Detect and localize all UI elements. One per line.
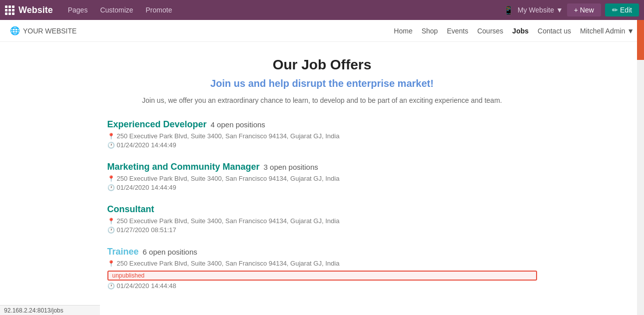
clock-icon: 🕐: [107, 184, 115, 191]
brand-name: Website: [18, 5, 53, 15]
customize-link[interactable]: Customize: [95, 4, 138, 16]
scrollbar-thumb[interactable]: [637, 20, 644, 60]
job-item: Trainee 6 open positions 📍 250 Executive…: [107, 247, 537, 290]
job-title-link[interactable]: Marketing and Community Manager: [107, 162, 260, 172]
location-icon: 📍: [107, 218, 115, 225]
clock-icon: 🕐: [107, 142, 115, 149]
job-item: Experienced Developer 4 open positions 📍…: [107, 119, 537, 149]
location-icon: 📍: [107, 260, 115, 267]
job-meta: 📍 250 Executive Park Blvd, Suite 3400, S…: [107, 175, 537, 191]
job-title-link[interactable]: Consultant: [107, 204, 154, 215]
top-nav-right: 📱 My Website ▼ + New ✏ Edit: [504, 3, 639, 16]
main-content: Our Job Offers Join us and help disrupt …: [97, 42, 547, 315]
user-menu[interactable]: Mitchell Admin ▼: [580, 27, 634, 35]
page-title: Our Job Offers: [107, 57, 537, 73]
job-date: 🕐 01/27/2020 08:51:17: [107, 226, 537, 234]
top-navigation: Website Pages Customize Promote 📱 My Web…: [0, 0, 644, 20]
clock-icon: 🕐: [107, 227, 115, 234]
unpublished-badge: unpublished: [107, 271, 537, 281]
job-location: 📍 250 Executive Park Blvd, Suite 3400, S…: [107, 175, 537, 182]
grid-icon: [5, 5, 14, 15]
job-meta: 📍 250 Executive Park Blvd, Suite 3400, S…: [107, 217, 537, 234]
nav-contact[interactable]: Contact us: [538, 27, 571, 35]
job-date: 🕐 01/24/2020 14:44:48: [107, 282, 537, 290]
nav-shop[interactable]: Shop: [422, 27, 438, 35]
job-location: 📍 250 Executive Park Blvd, Suite 3400, S…: [107, 260, 537, 267]
brand-logo[interactable]: Website: [5, 5, 53, 15]
new-button[interactable]: + New: [567, 3, 601, 16]
site-logo[interactable]: 🌐 YOUR WEBSITE: [10, 26, 76, 35]
job-meta: 📍 250 Executive Park Blvd, Suite 3400, S…: [107, 132, 537, 149]
job-date: 🕐 01/24/2020 14:44:49: [107, 141, 537, 149]
top-nav-links: Pages Customize Promote: [63, 4, 177, 16]
job-date: 🕐 01/24/2020 14:44:49: [107, 184, 537, 191]
my-website-button[interactable]: My Website ▼: [518, 6, 563, 14]
site-links: Home Shop Events Courses Jobs Contact us…: [394, 27, 634, 35]
nav-jobs[interactable]: Jobs: [512, 27, 529, 35]
nav-courses[interactable]: Courses: [477, 27, 503, 35]
job-title-link[interactable]: Experienced Developer: [107, 119, 207, 130]
job-positions: 3 open positions: [264, 163, 318, 171]
job-location: 📍 250 Executive Park Blvd, Suite 3400, S…: [107, 132, 537, 140]
job-item: Marketing and Community Manager 3 open p…: [107, 162, 537, 191]
globe-icon: 🌐: [10, 26, 20, 35]
job-meta: 📍 250 Executive Park Blvd, Suite 3400, S…: [107, 260, 537, 290]
location-icon: 📍: [107, 133, 115, 140]
nav-events[interactable]: Events: [447, 27, 468, 35]
clock-icon: 🕐: [107, 283, 115, 290]
location-icon: 📍: [107, 175, 115, 182]
edit-button[interactable]: ✏ Edit: [605, 3, 639, 16]
mobile-icon: 📱: [504, 5, 514, 15]
job-title-link[interactable]: Trainee: [107, 247, 139, 257]
scrollbar[interactable]: [637, 20, 644, 315]
chevron-down-icon: ▼: [556, 6, 563, 14]
status-bar: 92.168.2.24:8013/jobs: [0, 305, 100, 315]
page-description: Join us, we offer you an extraordinary c…: [107, 96, 537, 104]
job-location: 📍 250 Executive Park Blvd, Suite 3400, S…: [107, 217, 537, 225]
pencil-icon: ✏: [612, 6, 618, 14]
nav-home[interactable]: Home: [394, 27, 412, 35]
page-subtitle: Join us and help disrupt the enterprise …: [107, 78, 537, 89]
site-navigation: 🌐 YOUR WEBSITE Home Shop Events Courses …: [0, 20, 644, 42]
job-item: Consultant 📍 250 Executive Park Blvd, Su…: [107, 204, 537, 234]
job-positions: 4 open positions: [211, 120, 265, 129]
pages-link[interactable]: Pages: [63, 4, 93, 16]
promote-link[interactable]: Promote: [141, 4, 177, 16]
job-positions: 6 open positions: [143, 248, 197, 256]
